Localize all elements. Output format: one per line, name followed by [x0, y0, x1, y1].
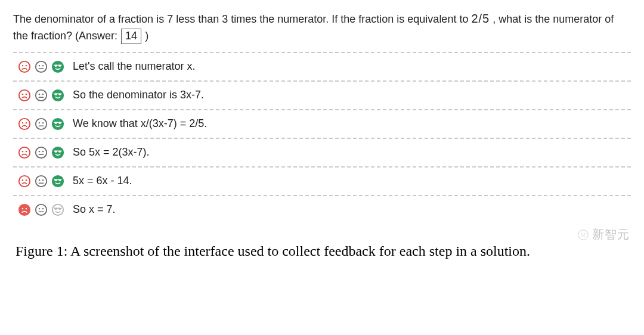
- svg-point-33: [36, 147, 47, 158]
- meh-icon[interactable]: [35, 175, 48, 188]
- step-row: 5x = 6x - 14.: [13, 166, 631, 195]
- rate-frown-button[interactable]: [18, 60, 31, 73]
- frown-icon[interactable]: [18, 203, 31, 216]
- svg-point-50: [19, 204, 30, 215]
- frown-icon[interactable]: [18, 175, 31, 188]
- svg-point-8: [55, 64, 57, 66]
- step-row: So 5x = 2(3x-7).: [13, 138, 631, 166]
- svg-point-48: [55, 179, 57, 181]
- cool-icon[interactable]: [51, 60, 64, 73]
- rate-cool-button[interactable]: [51, 117, 64, 131]
- svg-point-9: [58, 64, 61, 66]
- svg-point-0: [19, 61, 30, 72]
- svg-point-12: [26, 94, 27, 95]
- step-row: So the denominator is 3x-7.: [13, 80, 631, 109]
- svg-point-10: [19, 90, 30, 101]
- svg-point-49: [58, 179, 61, 181]
- svg-point-3: [36, 61, 47, 72]
- meh-icon[interactable]: [35, 60, 48, 73]
- cool-icon[interactable]: [51, 175, 64, 188]
- rate-meh-button[interactable]: [35, 117, 48, 131]
- svg-point-29: [58, 122, 61, 123]
- rate-cool-button[interactable]: [51, 89, 64, 102]
- meh-icon[interactable]: [35, 89, 48, 102]
- svg-point-1: [22, 65, 23, 66]
- svg-point-45: [42, 179, 44, 181]
- rate-frown-button[interactable]: [18, 146, 31, 159]
- page-container: { "question": { "part1": "The denominato…: [0, 0, 644, 266]
- rate-frown-button[interactable]: [18, 117, 31, 131]
- svg-point-44: [39, 179, 40, 181]
- svg-point-40: [19, 176, 30, 187]
- svg-point-16: [52, 90, 63, 101]
- rate-frown-button[interactable]: [18, 175, 31, 188]
- step-text: We know that x/(3x-7) = 2/5.: [73, 117, 207, 130]
- rate-meh-button[interactable]: [35, 175, 48, 188]
- step-row: Let's call the numerator x.: [13, 52, 631, 80]
- svg-point-23: [36, 119, 47, 129]
- rating-icons: [18, 117, 64, 131]
- rating-icons: [18, 175, 64, 188]
- question-text: The denominator of a fraction is 7 less …: [13, 10, 631, 45]
- svg-point-4: [39, 65, 40, 66]
- rating-icons: [18, 60, 64, 73]
- step-text: So the denominator is 3x-7.: [73, 89, 204, 101]
- rating-icons: [18, 89, 64, 102]
- rate-cool-button[interactable]: [51, 60, 64, 73]
- cool-icon[interactable]: [51, 146, 64, 159]
- rate-frown-button[interactable]: [18, 89, 31, 102]
- meh-icon[interactable]: [35, 117, 48, 131]
- svg-point-13: [36, 90, 47, 101]
- svg-point-24: [39, 122, 40, 123]
- frown-icon[interactable]: [18, 89, 31, 102]
- svg-point-5: [42, 65, 44, 66]
- step-text: 5x = 6x - 14.: [73, 175, 132, 187]
- cool-icon[interactable]: [51, 203, 64, 216]
- svg-point-31: [22, 151, 23, 152]
- svg-point-43: [36, 176, 47, 187]
- frown-icon[interactable]: [18, 117, 31, 131]
- svg-point-14: [39, 94, 40, 95]
- svg-point-42: [26, 179, 27, 181]
- svg-point-20: [19, 119, 30, 129]
- question-part1: The denominator of a fraction is 7 less …: [13, 13, 471, 25]
- svg-point-11: [22, 94, 23, 95]
- frown-icon[interactable]: [18, 146, 31, 159]
- svg-point-18: [55, 93, 57, 95]
- svg-point-55: [42, 208, 44, 209]
- cool-icon[interactable]: [51, 117, 64, 131]
- rate-meh-button[interactable]: [35, 60, 48, 73]
- svg-point-51: [22, 208, 23, 209]
- svg-point-22: [26, 122, 27, 123]
- svg-point-36: [52, 147, 63, 158]
- rate-meh-button[interactable]: [35, 89, 48, 102]
- svg-point-15: [42, 94, 44, 95]
- rate-cool-button[interactable]: [51, 175, 64, 188]
- svg-point-32: [26, 151, 27, 152]
- svg-point-26: [52, 119, 63, 129]
- rate-meh-button[interactable]: [35, 146, 48, 159]
- rating-icons: [18, 146, 64, 159]
- svg-point-39: [58, 150, 61, 152]
- meh-icon[interactable]: [35, 146, 48, 159]
- rate-frown-button[interactable]: [18, 203, 31, 216]
- svg-point-21: [22, 122, 23, 123]
- cool-icon[interactable]: [51, 89, 64, 102]
- svg-point-54: [39, 208, 40, 209]
- figure-caption: Figure 1: A screenshot of the interface …: [13, 241, 631, 260]
- svg-point-58: [55, 207, 57, 209]
- svg-point-6: [52, 61, 63, 72]
- frown-icon[interactable]: [18, 60, 31, 73]
- svg-point-56: [52, 204, 63, 215]
- rate-meh-button[interactable]: [35, 203, 48, 216]
- rate-cool-button[interactable]: [51, 146, 64, 159]
- svg-point-25: [42, 122, 44, 123]
- svg-point-2: [26, 65, 27, 66]
- step-text: Let's call the numerator x.: [73, 60, 196, 73]
- rate-cool-button[interactable]: [51, 203, 64, 216]
- meh-icon[interactable]: [35, 203, 48, 216]
- svg-point-41: [22, 179, 23, 181]
- svg-point-35: [42, 151, 44, 152]
- svg-point-34: [39, 151, 40, 152]
- step-row: So x = 7.: [13, 195, 631, 224]
